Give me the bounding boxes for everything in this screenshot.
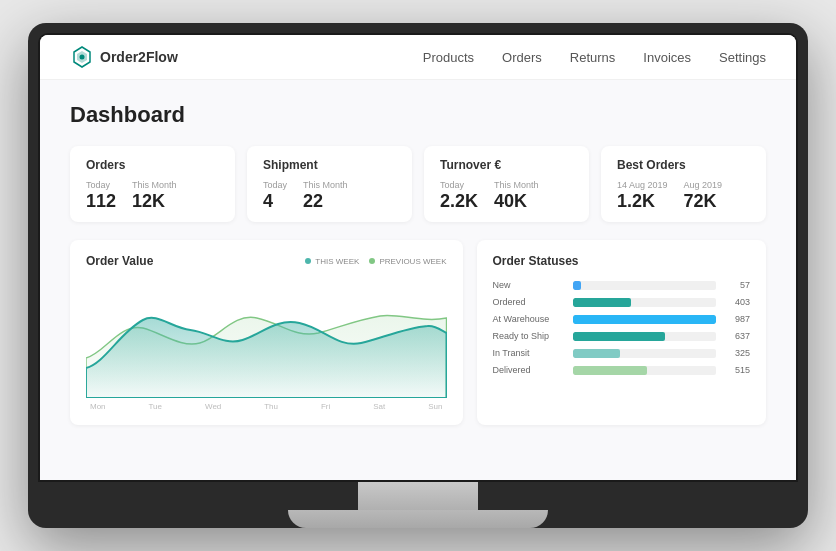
stat-card-best-orders: Best Orders 14 Aug 2019 1.2K Aug 2019 72…: [601, 146, 766, 222]
charts-row: Order Value THIS WEEK PREVIOUS WEEK: [70, 240, 766, 425]
stat-card-turnover: Turnover € Today 2.2K This Month 40K: [424, 146, 589, 222]
legend-this-week: THIS WEEK: [305, 257, 359, 266]
order-value-title: Order Value: [86, 254, 153, 268]
x-label-fri: Fri: [321, 402, 330, 411]
status-bar-delivered: [573, 366, 648, 375]
x-label-sat: Sat: [373, 402, 385, 411]
logo[interactable]: Order2Flow: [70, 45, 178, 69]
status-count-ready: 637: [724, 331, 750, 341]
screen: Order2Flow Products Orders Returns Invoi…: [38, 33, 798, 482]
chart-legend: THIS WEEK PREVIOUS WEEK: [305, 257, 446, 266]
status-bar-warehouse: [573, 315, 717, 324]
legend-dot-prev-week: [369, 258, 375, 264]
monitor: Order2Flow Products Orders Returns Invoi…: [28, 23, 808, 528]
status-label-new: New: [493, 280, 565, 290]
stat-best-aug2019: Aug 2019 72K: [684, 180, 723, 210]
status-count-delivered: 515: [724, 365, 750, 375]
chart-x-labels: Mon Tue Wed Thu Fri Sat Sun: [86, 398, 447, 411]
order-statuses-card: Order Statuses New 57 Ordered: [477, 240, 767, 425]
main-content: Dashboard Orders Today 112 Th: [40, 80, 796, 480]
status-count-new: 57: [724, 280, 750, 290]
nav-item-returns[interactable]: Returns: [570, 48, 616, 66]
x-label-wed: Wed: [205, 402, 221, 411]
status-bar-ready: [573, 332, 666, 341]
monitor-stand-neck: [358, 482, 478, 510]
nav-links: Products Orders Returns Invoices Setting…: [423, 48, 766, 66]
x-label-mon: Mon: [90, 402, 106, 411]
status-row-delivered: Delivered 515: [493, 365, 751, 375]
status-row-ready: Ready to Ship 637: [493, 331, 751, 341]
status-bar-transit: [573, 349, 620, 358]
status-count-ordered: 403: [724, 297, 750, 307]
nav-item-invoices[interactable]: Invoices: [643, 48, 691, 66]
status-row-warehouse: At Warehouse 987: [493, 314, 751, 324]
status-label-ready: Ready to Ship: [493, 331, 565, 341]
x-label-tue: Tue: [149, 402, 163, 411]
stat-title-best-orders: Best Orders: [617, 158, 750, 172]
stat-card-shipment: Shipment Today 4 This Month 22: [247, 146, 412, 222]
nav-item-orders[interactable]: Orders: [502, 48, 542, 66]
stat-shipment-today: Today 4: [263, 180, 287, 210]
status-label-delivered: Delivered: [493, 365, 565, 375]
status-row-new: New 57: [493, 280, 751, 290]
x-label-thu: Thu: [264, 402, 278, 411]
monitor-stand-base: [288, 510, 548, 528]
stats-row: Orders Today 112 This Month 12K: [70, 146, 766, 222]
stat-orders-today: Today 112: [86, 180, 116, 210]
order-value-chart: Order Value THIS WEEK PREVIOUS WEEK: [70, 240, 463, 425]
stat-shipment-month: This Month 22: [303, 180, 348, 210]
page-title: Dashboard: [70, 102, 766, 128]
status-label-ordered: Ordered: [493, 297, 565, 307]
area-chart-svg: [86, 278, 447, 398]
status-row-ordered: Ordered 403: [493, 297, 751, 307]
logo-icon: [70, 45, 94, 69]
status-count-transit: 325: [724, 348, 750, 358]
status-count-warehouse: 987: [724, 314, 750, 324]
nav-item-settings[interactable]: Settings: [719, 48, 766, 66]
status-row-transit: In Transit 325: [493, 348, 751, 358]
navbar: Order2Flow Products Orders Returns Invoi…: [40, 35, 796, 80]
x-label-sun: Sun: [428, 402, 442, 411]
stat-card-orders: Orders Today 112 This Month 12K: [70, 146, 235, 222]
stat-title-shipment: Shipment: [263, 158, 396, 172]
legend-prev-week: PREVIOUS WEEK: [369, 257, 446, 266]
status-bar-ordered: [573, 298, 632, 307]
status-label-transit: In Transit: [493, 348, 565, 358]
stat-title-turnover: Turnover €: [440, 158, 573, 172]
app: Order2Flow Products Orders Returns Invoi…: [40, 35, 796, 480]
logo-text: Order2Flow: [100, 49, 178, 65]
stat-turnover-today: Today 2.2K: [440, 180, 478, 210]
stat-title-orders: Orders: [86, 158, 219, 172]
stat-orders-month: This Month 12K: [132, 180, 177, 210]
status-label-warehouse: At Warehouse: [493, 314, 565, 324]
monitor-wrapper: Order2Flow Products Orders Returns Invoi…: [28, 23, 808, 528]
nav-item-products[interactable]: Products: [423, 48, 474, 66]
status-bar-new: [573, 281, 581, 290]
legend-dot-this-week: [305, 258, 311, 264]
svg-point-2: [80, 55, 85, 60]
stat-best-aug14: 14 Aug 2019 1.2K: [617, 180, 668, 210]
stat-turnover-month: This Month 40K: [494, 180, 539, 210]
order-statuses-title: Order Statuses: [493, 254, 751, 268]
